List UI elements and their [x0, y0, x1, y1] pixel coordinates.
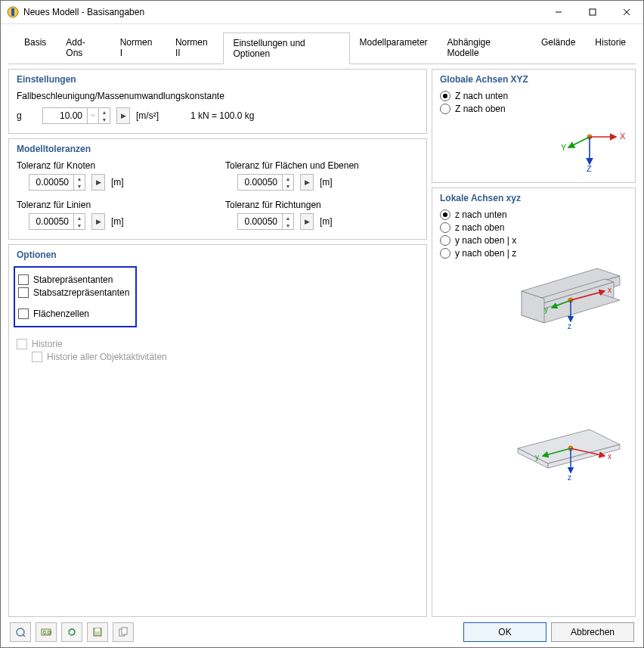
spin-up-icon[interactable]: ▲ — [283, 214, 293, 222]
svg-text:X: X — [620, 132, 626, 141]
checkbox-stabsatzrep[interactable]: Stabsatzrepräsentanten — [18, 287, 129, 298]
group-title: Modelltoleranzen — [17, 144, 419, 154]
tolerance-richtungen: Toleranz für Richtungen0.00050▲▼▶[m] — [225, 200, 419, 230]
ok-button[interactable]: OK — [463, 622, 546, 642]
svg-rect-42 — [95, 628, 100, 631]
svg-text:Z: Z — [587, 164, 592, 173]
dialog-window: Neues Modell - Basisangaben BasisAdd-Ons… — [0, 0, 644, 648]
checkbox-historie-sub: Historie aller Objektaktivitäten — [32, 352, 419, 362]
spin-up-icon[interactable]: ▲ — [99, 108, 110, 116]
svg-text:y: y — [544, 305, 548, 314]
global-axis-option-0[interactable]: Z nach unten — [440, 91, 627, 101]
tab-basis[interactable]: Basis — [14, 32, 56, 64]
svg-text:Y: Y — [561, 143, 567, 152]
svg-rect-3 — [590, 9, 596, 15]
tab-historie[interactable]: Historie — [585, 32, 636, 64]
svg-text:x: x — [608, 452, 611, 460]
spin-up-icon[interactable]: ▲ — [74, 175, 85, 182]
spin-up-icon[interactable]: ▲ — [283, 175, 293, 182]
group-optionen: Optionen Stabrepräsentanten Stabsatzrepr… — [8, 244, 427, 617]
local-axes-beam-diagram: x y z — [440, 261, 627, 329]
minimize-button[interactable] — [541, 1, 575, 23]
svg-rect-44 — [122, 628, 127, 634]
footer: 0,00 OK Abbrechen — [1, 617, 643, 647]
group-einstellungen: Einstellungen Fallbeschleunigung/Massenu… — [8, 69, 427, 134]
tab-gel-nde[interactable]: Gelände — [531, 32, 585, 64]
tab-strip: BasisAdd-OnsNormen INormen IIEinstellung… — [1, 24, 643, 64]
window-title: Neues Modell - Basisangaben — [23, 7, 144, 17]
checkbox-stabrep[interactable]: Stabrepräsentanten — [18, 274, 129, 285]
close-button[interactable] — [609, 1, 643, 23]
tab-modellparameter[interactable]: Modellparameter — [350, 32, 438, 64]
group-title: Lokale Achsen xyz — [440, 193, 627, 203]
svg-text:y: y — [535, 453, 539, 461]
group-modelltoleranzen: Modelltoleranzen Toleranz für Knoten0.00… — [8, 138, 427, 240]
step-right-button[interactable]: ▶ — [91, 174, 105, 191]
svg-text:z: z — [568, 322, 571, 329]
gravity-label: Fallbeschleunigung/Massenumwandlungskons… — [17, 91, 419, 101]
group-title: Einstellungen — [17, 74, 419, 85]
local-axis-option-0[interactable]: z nach unten — [440, 209, 627, 220]
tab-normen-i[interactable]: Normen I — [110, 32, 166, 64]
step-right-button[interactable]: ▶ — [300, 213, 314, 230]
checkbox-flaechenzellen[interactable]: Flächenzellen — [18, 308, 129, 319]
tolerance-knoten: Toleranz für Knoten0.00050▲▼▶[m] — [17, 160, 210, 191]
radio-icon — [440, 235, 450, 246]
tab-add-ons[interactable]: Add-Ons — [56, 32, 110, 64]
conversion-text: 1 kN = 100.0 kg — [190, 110, 254, 121]
save-default-button[interactable] — [87, 622, 108, 642]
svg-text:z: z — [568, 473, 571, 482]
step-right-button[interactable]: ▶ — [91, 213, 105, 230]
radio-icon — [440, 104, 450, 114]
radio-icon — [440, 222, 450, 233]
svg-text:x: x — [608, 286, 611, 294]
spin-down-icon[interactable]: ▼ — [74, 182, 85, 190]
checkbox-historie: Historie — [17, 339, 419, 349]
tab-abh-ngige-modelle[interactable]: Abhängige Modelle — [438, 32, 531, 64]
local-axis-option-3[interactable]: y nach oben | z — [440, 248, 627, 259]
spin-down-icon[interactable]: ▼ — [99, 116, 110, 123]
svg-text:0,00: 0,00 — [43, 630, 51, 635]
svg-rect-1 — [11, 8, 14, 16]
local-axis-option-2[interactable]: y nach oben | x — [440, 235, 627, 246]
global-axes-diagram: X Y Z — [440, 120, 627, 173]
radio-icon — [440, 91, 450, 101]
cancel-button[interactable]: Abbrechen — [551, 622, 634, 642]
local-axis-option-1[interactable]: z nach oben — [440, 222, 627, 233]
units-button[interactable]: 0,00 — [36, 622, 57, 642]
group-local-axes: Lokale Achsen xyz z nach untenz nach obe… — [432, 188, 636, 617]
content-area: Einstellungen Fallbeschleunigung/Massenu… — [1, 64, 643, 617]
svg-line-37 — [23, 635, 26, 637]
help-button[interactable] — [10, 622, 31, 642]
radio-icon — [440, 248, 450, 259]
tolerance-linien-input[interactable]: 0.00050▲▼ — [29, 213, 85, 230]
group-global-axes: Globale Achsen XYZ Z nach untenZ nach ob… — [432, 69, 636, 183]
group-title: Globale Achsen XYZ — [440, 74, 627, 85]
spin-down-icon[interactable]: ▼ — [74, 222, 85, 229]
tolerance-flaechen-input[interactable]: 0.00050▲▼ — [237, 174, 294, 191]
highlighted-options: Stabrepräsentanten Stabsatzrepräsentante… — [14, 266, 137, 327]
step-right-button[interactable]: ▶ — [300, 174, 314, 191]
chevron-down-icon[interactable]: ﹀ — [87, 108, 98, 123]
titlebar: Neues Modell - Basisangaben — [1, 1, 643, 24]
step-right-button[interactable]: ▶ — [116, 107, 130, 124]
load-default-button[interactable] — [113, 622, 134, 642]
tolerance-knoten-input[interactable]: 0.00050▲▼ — [29, 174, 85, 191]
tab-einstellungen-und-optionen[interactable]: Einstellungen und Optionen — [223, 33, 349, 64]
radio-icon — [440, 209, 450, 220]
spin-down-icon[interactable]: ▼ — [283, 222, 293, 229]
tab-normen-ii[interactable]: Normen II — [166, 32, 223, 64]
app-icon — [7, 6, 19, 18]
group-title: Optionen — [17, 250, 419, 260]
reset-button[interactable] — [61, 622, 82, 642]
maximize-button[interactable] — [575, 1, 609, 23]
tolerance-linien: Toleranz für Linien0.00050▲▼▶[m] — [17, 200, 210, 230]
g-unit: [m/s²] — [136, 110, 159, 121]
global-axis-option-1[interactable]: Z nach oben — [440, 104, 627, 114]
tolerance-flaechen: Toleranz für Flächen und Ebenen0.00050▲▼… — [225, 160, 419, 191]
spin-up-icon[interactable]: ▲ — [74, 214, 85, 222]
spin-down-icon[interactable]: ▼ — [283, 182, 293, 190]
g-symbol: g — [17, 110, 26, 121]
g-value-input[interactable]: 10.00 ﹀ ▲ ▼ — [42, 107, 110, 124]
tolerance-richtungen-input[interactable]: 0.00050▲▼ — [237, 213, 294, 230]
